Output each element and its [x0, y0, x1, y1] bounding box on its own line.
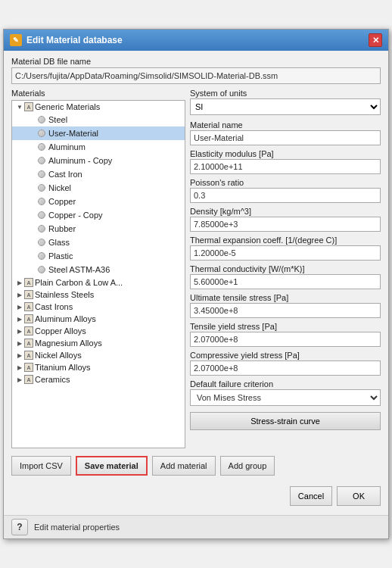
mat-icon-steel-astm: [36, 264, 47, 275]
tree-item-aluminum[interactable]: Aluminum: [12, 140, 185, 154]
right-panel: System of units SI Imperial Material nam…: [190, 89, 381, 448]
material-name-input[interactable]: [190, 130, 381, 145]
tree-label-magnesium-alloys: Magnesium Alloys: [35, 339, 102, 348]
failure-criterion-label: Default failure criterion: [190, 379, 381, 389]
poissons-ratio-input[interactable]: [190, 188, 381, 203]
status-text: Edit material properties: [34, 523, 120, 532]
tree-item-aluminum-copy[interactable]: Aluminum - Copy: [12, 154, 185, 167]
close-button[interactable]: ✕: [369, 33, 382, 47]
mat-icon-nickel: [36, 183, 47, 193]
mat-icon-plastic: [36, 251, 47, 261]
save-material-button[interactable]: Save material: [76, 456, 148, 476]
tree-item-steel-astm[interactable]: Steel ASTM-A36: [12, 263, 185, 276]
thermal-expansion-label: Thermal expansion coeff. [1/(degree C)]: [190, 236, 381, 245]
failure-criterion-select[interactable]: Von Mises Stress: [190, 389, 381, 406]
file-path-section: Material DB file name: [11, 57, 381, 84]
cancel-button[interactable]: Cancel: [290, 486, 332, 506]
expand-icon-alum-alloys[interactable]: ▶: [15, 314, 24, 323]
failure-criterion-section: Default failure criterion Von Mises Stre…: [190, 379, 381, 406]
tree-item-stainless-steels[interactable]: ▶ A Stainless Steels: [12, 289, 185, 301]
tree-item-generic-materials[interactable]: ▼ A Generic Materials: [12, 101, 185, 113]
tree-label-ceramics: Ceramics: [35, 375, 70, 384]
stress-strain-button[interactable]: Stress-strain curve: [190, 412, 381, 430]
left-panel: Materials ▼ A Generic Materials Steel: [11, 89, 185, 448]
density-input[interactable]: [190, 217, 381, 232]
tensile-yield-section: Tensile yield stress [Pa]: [190, 322, 381, 347]
tree-item-steel[interactable]: Steel: [12, 113, 185, 126]
tree-item-copper-alloys[interactable]: ▶ A Copper Alloys: [12, 325, 185, 337]
tree-item-plastic[interactable]: Plastic: [12, 249, 185, 263]
group-icon-cast-irons: A: [24, 302, 33, 311]
tree-item-glass[interactable]: Glass: [12, 236, 185, 249]
tree-item-magnesium-alloys[interactable]: ▶ A Magnesium Alloys: [12, 337, 185, 349]
tree-item-cast-irons[interactable]: ▶ A Cast Irons: [12, 301, 185, 313]
tree-label-cast-irons: Cast Irons: [35, 302, 73, 311]
mat-icon-aluminum-copy: [36, 155, 47, 166]
tree-item-user-material[interactable]: User-Material: [12, 126, 185, 140]
mat-icon-copper-copy: [36, 210, 47, 220]
group-icon-generic: A: [24, 102, 33, 111]
expand-icon-mag-alloys[interactable]: ▶: [15, 339, 24, 348]
edit-material-dialog: ✎ Edit Material database ✕ Material DB f…: [3, 29, 389, 539]
tree-label-aluminum-alloys: Aluminum Alloys: [35, 314, 96, 323]
expand-icon-stainless[interactable]: ▶: [15, 290, 24, 299]
tensile-yield-input[interactable]: [190, 332, 381, 347]
expand-icon-ceramics[interactable]: ▶: [15, 375, 24, 384]
material-name-section: Material name: [190, 120, 381, 145]
expand-icon-cast-irons[interactable]: ▶: [15, 302, 24, 311]
compressive-yield-label: Compressive yield stress [Pa]: [190, 351, 381, 360]
help-button[interactable]: ?: [11, 519, 28, 535]
units-select[interactable]: SI Imperial: [190, 98, 381, 115]
ok-button[interactable]: OK: [337, 486, 381, 506]
compressive-yield-section: Compressive yield stress [Pa]: [190, 351, 381, 376]
compressive-yield-input[interactable]: [190, 360, 381, 376]
tree-item-aluminum-alloys[interactable]: ▶ A Aluminum Alloys: [12, 313, 185, 325]
mat-icon-glass: [36, 237, 47, 248]
expand-icon-plain-carbon[interactable]: ▶: [15, 278, 24, 287]
thermal-conductivity-label: Thermal conductivity [W/(m*K)]: [190, 264, 381, 273]
elasticity-modulus-input[interactable]: [190, 159, 381, 174]
thermal-expansion-input[interactable]: [190, 245, 381, 261]
import-csv-button[interactable]: Import CSV: [11, 456, 71, 476]
tree-item-nickel[interactable]: Nickel: [12, 181, 185, 195]
tree-item-titanium-alloys[interactable]: ▶ A Titanium Alloys: [12, 361, 185, 373]
status-bar: ? Edit material properties: [4, 515, 388, 538]
tree-label-copper-alloys: Copper Alloys: [35, 326, 86, 335]
tree-item-rubber[interactable]: Rubber: [12, 222, 185, 236]
materials-tree[interactable]: ▼ A Generic Materials Steel User-M: [11, 100, 185, 448]
tree-label-steel-astm: Steel ASTM-A36: [48, 265, 110, 274]
thermal-conductivity-input[interactable]: [190, 274, 381, 289]
expand-icon-nickel-alloys[interactable]: ▶: [15, 351, 24, 360]
expand-icon-copper-alloys[interactable]: ▶: [15, 326, 24, 335]
poissons-ratio-label: Poisson's ratio: [190, 178, 381, 187]
titlebar: ✎ Edit Material database ✕: [4, 30, 388, 51]
group-icon-ceramics: A: [24, 375, 33, 384]
materials-label: Materials: [11, 89, 185, 98]
thermal-expansion-section: Thermal expansion coeff. [1/(degree C)]: [190, 236, 381, 261]
mat-icon-aluminum: [36, 142, 47, 152]
tree-label-nickel: Nickel: [48, 183, 71, 192]
tree-item-ceramics[interactable]: ▶ A Ceramics: [12, 373, 185, 385]
expand-icon-titanium-alloys[interactable]: ▶: [15, 363, 24, 372]
ultimate-tensile-input[interactable]: [190, 303, 381, 318]
tree-label-aluminum: Aluminum: [48, 142, 86, 151]
add-material-button[interactable]: Add material: [152, 456, 216, 476]
tree-item-copper-copy[interactable]: Copper - Copy: [12, 208, 185, 222]
tree-label-aluminum-copy: Aluminum - Copy: [48, 156, 112, 165]
tree-item-cast-iron[interactable]: Cast Iron: [12, 167, 185, 181]
expand-icon-generic[interactable]: ▼: [15, 102, 24, 111]
tree-label-nickel-alloys: Nickel Alloys: [35, 351, 82, 360]
material-name-label: Material name: [190, 120, 381, 130]
file-path-input: [11, 67, 381, 84]
group-icon-copper-alloys: A: [24, 326, 33, 335]
thermal-conductivity-section: Thermal conductivity [W/(m*K)]: [190, 264, 381, 289]
tree-item-copper[interactable]: Copper: [12, 195, 185, 208]
group-icon-plain-carbon: A: [24, 278, 33, 287]
tree-item-plain-carbon[interactable]: ▶ A Plain Carbon & Low A...: [12, 276, 185, 289]
tree-label-titanium-alloys: Titanium Alloys: [35, 363, 91, 372]
tree-item-nickel-alloys[interactable]: ▶ A Nickel Alloys: [12, 349, 185, 361]
tree-label-copper: Copper: [48, 197, 76, 206]
tree-label-glass: Glass: [48, 238, 70, 247]
elasticity-modulus-label: Elasticity modulus [Pa]: [190, 149, 381, 158]
add-group-button[interactable]: Add group: [220, 456, 275, 476]
